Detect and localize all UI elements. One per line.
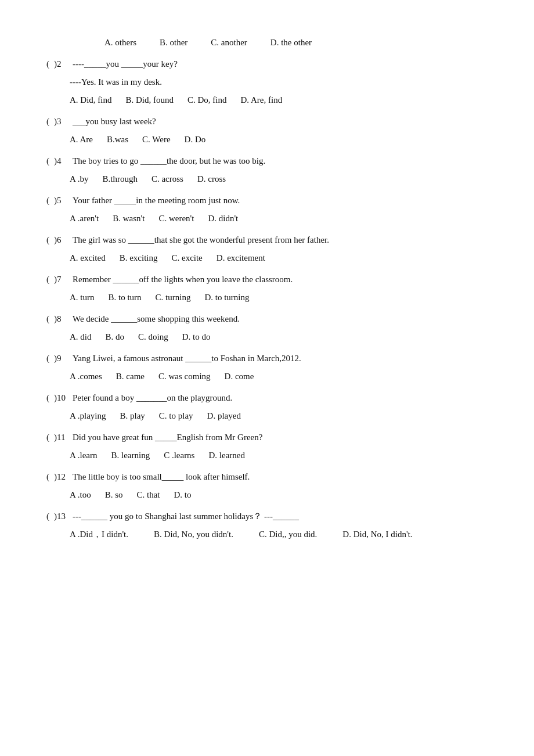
paren-open: ( xyxy=(46,232,49,248)
option-D: D. come xyxy=(225,369,254,384)
option-C: C. to play xyxy=(159,408,193,424)
answer-line: ----Yes. It was in my desk. xyxy=(46,74,488,90)
option-C: C. weren't xyxy=(158,211,194,226)
question-12: ()12 The little boy is too small_____ lo… xyxy=(46,469,488,503)
option-b-top: B. other xyxy=(160,35,187,51)
options-line: A .Did，I didn't.B. Did, No, you didn't.C… xyxy=(46,527,488,542)
option-C: C. across xyxy=(151,171,183,187)
option-D: D. cross xyxy=(197,171,226,187)
options-line: A. AreB.wasC. WereD. Do xyxy=(46,132,488,147)
option-B: B. learning xyxy=(111,448,150,463)
question-line-2: ()2 ----_____you _____your key? xyxy=(46,56,488,72)
option-B: B.was xyxy=(107,132,128,147)
option-A: A .Did，I didn't. xyxy=(70,527,128,542)
paren-open: ( xyxy=(46,272,49,287)
option-A: A .too xyxy=(70,487,91,503)
question-number: )4 xyxy=(54,153,70,169)
option-C: C. excite xyxy=(171,250,202,266)
question-line-11: ()11 Did you have great fun _____English… xyxy=(46,430,488,445)
question-line-10: ()10 Peter found a boy _______on the pla… xyxy=(46,390,488,406)
question-text: Yang Liwei, a famous astronaut ______to … xyxy=(73,351,301,366)
option-B: B. so xyxy=(105,487,123,503)
option-D: D. Did, No, I didn't. xyxy=(342,527,412,542)
option-A: A .comes xyxy=(70,369,102,384)
option-D: D. Do xyxy=(185,132,206,147)
option-D: D. learned xyxy=(208,448,244,463)
options-line: A. Did, findB. Did, foundC. Do, findD. A… xyxy=(46,92,488,108)
option-C: C. doing xyxy=(138,329,168,345)
paren-open: ( xyxy=(46,351,49,366)
question-11: ()11 Did you have great fun _____English… xyxy=(46,430,488,463)
option-D: D. didn't xyxy=(208,211,238,226)
option-A: A. did xyxy=(70,329,92,345)
option-C: C .learns xyxy=(164,448,194,463)
question-line-5: ()5 Your father _____in the meeting room… xyxy=(46,193,488,208)
question-number: )9 xyxy=(54,351,70,366)
options-line: A. excitedB. excitingC. exciteD. excitem… xyxy=(46,250,488,266)
option-C: C. Do, find xyxy=(187,92,227,108)
question-number: )5 xyxy=(54,193,70,208)
option-A: A .aren't xyxy=(70,211,99,226)
option-A: A .learn xyxy=(70,448,97,463)
question-text: ___you busy last week? xyxy=(73,114,156,129)
option-A: A. excited xyxy=(70,250,106,266)
question-13: ()13 ---______ you go to Shanghai last s… xyxy=(46,509,488,542)
option-D: D. to xyxy=(174,487,192,503)
option-B: B. do xyxy=(106,329,125,345)
question-number: )11 xyxy=(54,430,70,445)
option-B: B. Did, No, you didn't. xyxy=(154,527,233,542)
options-line: A .tooB. soC. thatD. to xyxy=(46,487,488,503)
option-C: C. turning xyxy=(156,290,191,305)
option-A: A. Did, find xyxy=(70,92,112,108)
options-line: A .learnB. learningC .learnsD. learned xyxy=(46,448,488,463)
option-B: B. to turn xyxy=(109,290,142,305)
options-line: A .aren'tB. wasn'tC. weren'tD. didn't xyxy=(46,211,488,226)
question-number: )13 xyxy=(54,509,70,524)
question-10: ()10 Peter found a boy _______on the pla… xyxy=(46,390,488,424)
question-6: ()6 The girl was so ______that she got t… xyxy=(46,232,488,266)
paren-open: ( xyxy=(46,114,49,129)
question-3: ()3 ___you busy last week?A. AreB.wasC. … xyxy=(46,114,488,147)
option-B: B. Did, found xyxy=(126,92,174,108)
questions-container: ()2 ----_____you _____your key?----Yes. … xyxy=(46,56,488,542)
question-number: )12 xyxy=(54,469,70,485)
option-B: B. exciting xyxy=(120,250,158,266)
question-text: ----_____you _____your key? xyxy=(73,56,178,72)
question-number: )3 xyxy=(54,114,70,129)
paren-open: ( xyxy=(46,153,49,169)
option-B: B. wasn't xyxy=(113,211,145,226)
option-D: D. to turning xyxy=(204,290,249,305)
options-line: A. didB. doC. doingD. to do xyxy=(46,329,488,345)
option-c-top: C. another xyxy=(211,35,247,51)
question-text: Did you have great fun _____English from… xyxy=(73,430,262,445)
option-A: A .playing xyxy=(70,408,106,424)
question-text: Remember ______off the lights when you l… xyxy=(73,272,293,287)
question-line-13: ()13 ---______ you go to Shanghai last s… xyxy=(46,509,488,524)
option-B: B. came xyxy=(116,369,145,384)
option-A: A. turn xyxy=(70,290,95,305)
paren-open: ( xyxy=(46,193,49,208)
question-line-12: ()12 The little boy is too small_____ lo… xyxy=(46,469,488,485)
option-C: C. that xyxy=(137,487,160,503)
paren-open: ( xyxy=(46,390,49,406)
question-line-9: ()9 Yang Liwei, a famous astronaut _____… xyxy=(46,351,488,366)
question-number: )10 xyxy=(54,390,70,406)
option-A: A. Are xyxy=(70,132,93,147)
option-C: C. was coming xyxy=(158,369,211,384)
question-text: The girl was so ______that she got the w… xyxy=(73,232,329,248)
paren-open: ( xyxy=(46,509,49,524)
question-7: ()7 Remember ______off the lights when y… xyxy=(46,272,488,305)
options-line: A .comesB. cameC. was comingD. come xyxy=(46,369,488,384)
question-9: ()9 Yang Liwei, a famous astronaut _____… xyxy=(46,351,488,384)
option-d-top: D. the other xyxy=(270,35,312,51)
option-A: A .by xyxy=(70,171,89,187)
option-C: C. Were xyxy=(142,132,171,147)
question-text: Your father _____in the meeting room jus… xyxy=(73,193,240,208)
question-number: )7 xyxy=(54,272,70,287)
question-text: We decide ______some shopping this weeke… xyxy=(73,311,240,327)
paren-open: ( xyxy=(46,430,49,445)
options-line: A .byB.throughC. acrossD. cross xyxy=(46,171,488,187)
paren-open: ( xyxy=(46,311,49,327)
option-C: C. Did,, you did. xyxy=(259,527,317,542)
question-text: The boy tries to go ______the door, but … xyxy=(73,153,265,169)
